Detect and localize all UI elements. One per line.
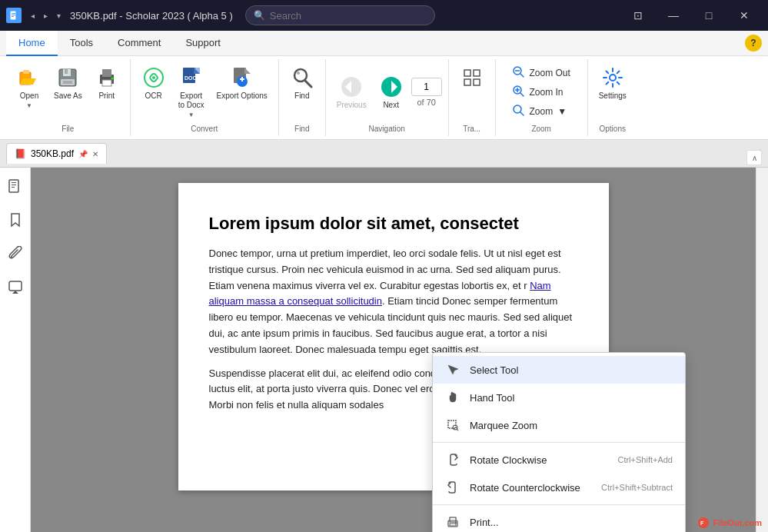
page-input-group: of 70 bbox=[411, 78, 442, 107]
ctx-print[interactable]: Print... bbox=[433, 508, 685, 532]
ribbon-group-find: Find Find bbox=[279, 59, 326, 136]
fileour-badge: F FileOur.com bbox=[697, 517, 762, 529]
svg-rect-1 bbox=[12, 13, 15, 14]
svg-point-44 bbox=[610, 75, 616, 81]
svg-rect-2 bbox=[12, 15, 15, 15]
export-options-label: Export Options bbox=[217, 91, 268, 101]
sidebar-attachments-icon[interactable] bbox=[3, 241, 28, 266]
save-as-label: Save As bbox=[54, 91, 82, 101]
zoom-label: Zoom bbox=[529, 106, 553, 117]
svg-rect-32 bbox=[464, 79, 470, 85]
svg-rect-5 bbox=[23, 70, 29, 74]
ctx-rotate-cw[interactable]: Rotate Clockwise Ctrl+Shift+Add bbox=[433, 446, 685, 474]
zoom-in-item[interactable]: Zoom In bbox=[507, 83, 574, 101]
next-label: Next bbox=[383, 101, 399, 110]
pdf-heading: Lorem ipsum dolor sit amet, consectet bbox=[209, 214, 578, 234]
ribbon-collapse-button[interactable]: ∧ bbox=[746, 150, 762, 165]
next-icon bbox=[379, 75, 404, 99]
tab-home[interactable]: Home bbox=[6, 31, 58, 56]
options-group-items: Settings bbox=[594, 62, 631, 121]
options-group-label: Options bbox=[600, 125, 626, 133]
document-tab[interactable]: 📕 350KB.pdf 📌 ✕ bbox=[6, 143, 107, 164]
pin-icon[interactable]: 📌 bbox=[78, 150, 88, 158]
tab-close-icon[interactable]: ✕ bbox=[92, 150, 98, 158]
zoom-out-icon bbox=[512, 65, 524, 80]
sidebar-comments-icon[interactable] bbox=[3, 275, 28, 300]
open-icon bbox=[17, 65, 42, 90]
doc-tab-label: 350KB.pdf bbox=[31, 148, 74, 159]
maximize-button[interactable]: □ bbox=[691, 0, 726, 31]
save-as-icon bbox=[55, 65, 80, 90]
next-button[interactable]: Next bbox=[374, 71, 408, 113]
zoom-icon bbox=[512, 104, 524, 118]
page-number-input[interactable] bbox=[411, 78, 442, 96]
settings-button[interactable]: Settings bbox=[594, 62, 631, 104]
open-button[interactable]: Open ▼ bbox=[12, 62, 46, 112]
ctx-marquee-zoom-label: Marquee Zoom bbox=[470, 420, 673, 431]
back-arrow[interactable]: ◂ bbox=[28, 10, 38, 22]
ctx-select-tool[interactable]: Select Tool bbox=[433, 356, 685, 384]
ribbon-group-transform: Tra... bbox=[449, 59, 496, 136]
open-label: Open bbox=[20, 91, 38, 101]
ctx-print-label: Print... bbox=[470, 517, 673, 528]
export-docx-button[interactable]: DOCX Exportto Docx ▼ bbox=[174, 62, 209, 121]
close-button[interactable]: ✕ bbox=[726, 0, 762, 31]
convert-group-label: Convert bbox=[191, 125, 218, 133]
svg-line-36 bbox=[520, 74, 524, 77]
sidebar-pages-icon[interactable] bbox=[3, 174, 28, 198]
file-group-items: Open ▼ Save As Print bbox=[12, 62, 124, 121]
navigation-group-label: Navigation bbox=[369, 125, 405, 133]
ctx-select-tool-label: Select Tool bbox=[470, 364, 673, 376]
ocr-button[interactable]: OCR bbox=[137, 62, 171, 104]
print-button[interactable]: Print bbox=[90, 62, 124, 104]
export-docx-icon: DOCX bbox=[179, 65, 204, 90]
svg-text:DOCX: DOCX bbox=[185, 75, 201, 81]
svg-rect-8 bbox=[65, 69, 68, 74]
ctx-marquee-zoom[interactable]: Marquee Zoom bbox=[433, 411, 685, 439]
svg-rect-45 bbox=[9, 180, 18, 192]
find-button[interactable]: Find bbox=[285, 62, 319, 104]
ctx-hand-tool[interactable]: Hand Tool bbox=[433, 384, 685, 411]
forward-arrow[interactable]: ▸ bbox=[41, 10, 51, 22]
pdf-link[interactable]: Nam aliquam massa a consequat sollicitud… bbox=[209, 280, 551, 308]
print-icon bbox=[95, 65, 119, 90]
sidebar-bookmarks-icon[interactable] bbox=[3, 208, 28, 232]
title-bar-left-controls: ◂ ▸ ▾ bbox=[28, 10, 64, 22]
ctx-select-tool-icon bbox=[445, 362, 460, 377]
zoom-out-item[interactable]: Zoom Out bbox=[507, 64, 574, 81]
previous-label: Previous bbox=[337, 101, 367, 110]
tab-support[interactable]: Support bbox=[173, 31, 233, 56]
svg-line-43 bbox=[520, 112, 524, 115]
ctx-print-icon bbox=[445, 514, 460, 530]
transform-group-label: Tra... bbox=[463, 125, 480, 133]
window-title: 350KB.pdf - Scholar 2023 ( Alpha 5 ) bbox=[70, 10, 233, 22]
zoom-dropdown-arrow: ▼ bbox=[557, 106, 567, 117]
svg-text:F: F bbox=[700, 520, 704, 526]
settings-label: Settings bbox=[599, 91, 627, 101]
help-icon[interactable]: ? bbox=[745, 35, 762, 52]
svg-line-39 bbox=[520, 93, 524, 96]
zoom-dropdown-item[interactable]: Zoom ▼ bbox=[507, 102, 574, 120]
svg-rect-47 bbox=[12, 185, 16, 185]
save-as-button[interactable]: Save As bbox=[49, 62, 87, 104]
search-bar[interactable]: 🔍 bbox=[245, 5, 435, 25]
context-menu: Select Tool Hand Tool Marquee Zoom Rotat… bbox=[432, 352, 686, 532]
export-options-button[interactable]: Export Options bbox=[212, 62, 272, 104]
app-icon bbox=[6, 8, 22, 23]
zoom-in-icon bbox=[512, 85, 524, 99]
previous-button[interactable]: Previous bbox=[332, 71, 371, 113]
page-total: of 70 bbox=[417, 98, 435, 107]
right-scrollbar[interactable] bbox=[756, 168, 768, 532]
search-input[interactable] bbox=[270, 10, 427, 22]
ctx-rotate-ccw[interactable]: Rotate Counterclockwise Ctrl+Shift+Subtr… bbox=[433, 474, 685, 501]
svg-line-25 bbox=[305, 81, 311, 87]
menu-arrow[interactable]: ▾ bbox=[54, 10, 64, 22]
find-label: Find bbox=[294, 91, 309, 101]
ctx-rotate-cw-icon bbox=[445, 452, 460, 467]
minimize-button[interactable]: — bbox=[656, 0, 691, 31]
tab-comment[interactable]: Comment bbox=[105, 31, 173, 56]
svg-point-26 bbox=[297, 71, 300, 75]
restore-button[interactable]: ⊡ bbox=[620, 0, 656, 31]
tab-tools[interactable]: Tools bbox=[58, 31, 105, 56]
transform-button[interactable] bbox=[455, 62, 489, 95]
